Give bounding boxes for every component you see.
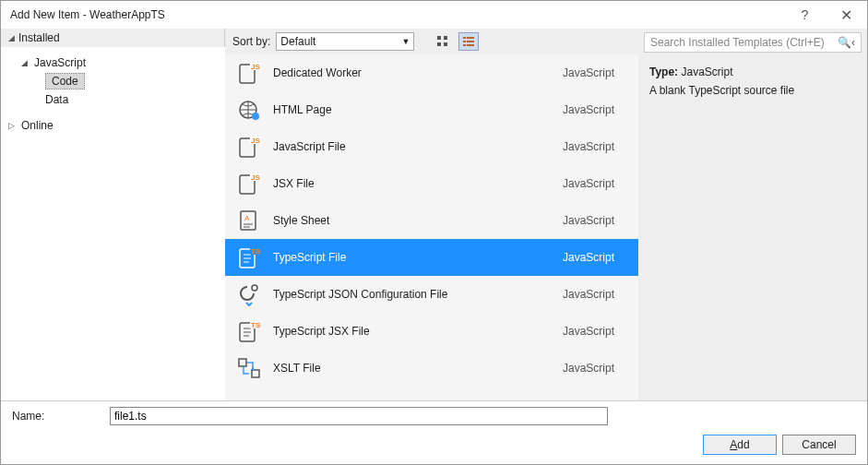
- view-list-button[interactable]: [458, 32, 479, 51]
- file-icon: TS: [236, 318, 262, 344]
- svg-text:JS: JS: [251, 63, 260, 71]
- type-label: Type:: [649, 66, 678, 78]
- file-icon: [236, 97, 262, 123]
- chevron-down-icon: ▼: [401, 37, 410, 46]
- file-icon: [236, 355, 262, 381]
- details-panel: Search Installed Templates (Ctrl+E) 🔍‹ T…: [638, 29, 867, 400]
- chevron-down-icon: ◢: [21, 58, 30, 67]
- svg-text:TS: TS: [251, 321, 261, 329]
- template-name: JavaScript File: [273, 140, 563, 153]
- sidebar: ◢ Installed ◢ JavaScript Code Data ▷ Onl…: [1, 29, 225, 400]
- sortby-dropdown[interactable]: Default ▼: [276, 32, 414, 51]
- template-item[interactable]: TypeScript JSON Configuration File JavaS…: [225, 276, 638, 313]
- chevron-right-icon: ▷: [8, 121, 18, 130]
- cancel-button[interactable]: Cancel: [782, 435, 856, 455]
- template-name: TypeScript File: [273, 251, 563, 264]
- template-name: Dedicated Worker: [273, 66, 563, 79]
- sidebar-item-label: Code: [45, 73, 85, 89]
- template-item[interactable]: TS TypeScript JSX File JavaScript: [225, 313, 638, 350]
- sidebar-item-label: Online: [21, 119, 54, 132]
- sortby-value: Default: [280, 35, 315, 48]
- search-placeholder: Search Installed Templates (Ctrl+E): [650, 36, 825, 49]
- template-category: JavaScript: [563, 362, 627, 375]
- svg-rect-1: [444, 36, 447, 40]
- file-icon: [236, 281, 262, 307]
- template-category: JavaScript: [563, 177, 627, 190]
- add-button[interactable]: Add: [703, 435, 777, 455]
- window-title: Add New Item - WeatherAppTS: [10, 8, 784, 21]
- svg-rect-4: [463, 37, 466, 39]
- sidebar-item-label: Data: [45, 93, 68, 106]
- sidebar-installed-label: Installed: [18, 31, 60, 44]
- sidebar-installed-header[interactable]: ◢ Installed: [1, 29, 225, 47]
- template-description: A blank TypeScript source file: [649, 84, 856, 97]
- template-item[interactable]: JS JavaScript File JavaScript: [225, 128, 638, 165]
- template-item[interactable]: XSLT File JavaScript: [225, 350, 638, 387]
- template-item[interactable]: TS TypeScript File JavaScript: [225, 239, 638, 276]
- title-bar: Add New Item - WeatherAppTS ? ✕: [1, 1, 867, 29]
- svg-text:JS: JS: [251, 137, 260, 145]
- template-item[interactable]: A Style Sheet JavaScript: [225, 202, 638, 239]
- template-category: JavaScript: [563, 103, 627, 116]
- template-name: XSLT File: [273, 362, 563, 375]
- svg-rect-5: [467, 37, 474, 39]
- file-icon: TS: [236, 244, 262, 270]
- view-smallicons-button[interactable]: [433, 32, 453, 51]
- templates-list: JS Dedicated Worker JavaScript HTML Page…: [225, 54, 638, 400]
- template-category: JavaScript: [563, 214, 627, 227]
- svg-point-31: [252, 285, 257, 291]
- template-panel: Sort by: Default ▼ JS Dedicated Worker J…: [225, 29, 638, 400]
- type-value: JavaScript: [681, 66, 732, 78]
- file-icon: JS: [236, 60, 262, 86]
- name-input[interactable]: [110, 407, 608, 425]
- svg-point-14: [252, 113, 259, 120]
- svg-rect-2: [437, 42, 441, 46]
- template-category: JavaScript: [563, 325, 627, 338]
- footer: Name: Add Cancel: [1, 400, 867, 464]
- chevron-down-icon: ◢: [8, 33, 15, 42]
- template-name: Style Sheet: [273, 214, 563, 227]
- template-category: JavaScript: [563, 66, 627, 79]
- svg-text:A: A: [244, 214, 250, 222]
- svg-rect-8: [463, 44, 466, 46]
- template-name: JSX File: [273, 177, 563, 190]
- svg-text:JS: JS: [251, 173, 260, 182]
- dialog-window: Add New Item - WeatherAppTS ? ✕ ◢ Instal…: [0, 0, 868, 465]
- sidebar-item-code[interactable]: Code: [45, 71, 225, 91]
- name-label: Name:: [12, 410, 110, 423]
- svg-rect-39: [252, 370, 259, 377]
- search-input[interactable]: Search Installed Templates (Ctrl+E) 🔍‹: [644, 32, 862, 53]
- template-name: TypeScript JSON Configuration File: [273, 288, 563, 301]
- file-icon: JS: [236, 134, 262, 160]
- sidebar-item-javascript[interactable]: ◢ JavaScript: [1, 54, 225, 71]
- svg-rect-9: [467, 44, 474, 46]
- template-item[interactable]: JS Dedicated Worker JavaScript: [225, 54, 638, 91]
- svg-rect-6: [463, 41, 466, 42]
- sortby-label: Sort by:: [232, 35, 270, 48]
- template-category: JavaScript: [563, 251, 627, 264]
- file-icon: JS: [236, 171, 262, 197]
- svg-rect-7: [467, 41, 474, 42]
- template-item[interactable]: JS JSX File JavaScript: [225, 165, 638, 202]
- sidebar-item-label: JavaScript: [34, 56, 86, 69]
- search-icon: 🔍‹: [838, 36, 855, 49]
- file-icon: A: [236, 208, 262, 233]
- svg-text:TS: TS: [251, 247, 261, 256]
- template-item[interactable]: HTML Page JavaScript: [225, 91, 638, 128]
- close-button[interactable]: ✕: [826, 1, 867, 29]
- template-category: JavaScript: [563, 140, 627, 153]
- toolbar: Sort by: Default ▼: [225, 29, 638, 54]
- template-name: HTML Page: [273, 103, 563, 116]
- svg-rect-38: [239, 359, 246, 366]
- sidebar-item-data[interactable]: Data: [45, 91, 225, 108]
- help-button[interactable]: ?: [784, 1, 826, 29]
- svg-rect-3: [444, 42, 447, 46]
- sidebar-item-online[interactable]: ▷ Online: [1, 117, 225, 134]
- template-category: JavaScript: [563, 288, 627, 301]
- template-name: TypeScript JSX File: [273, 325, 563, 338]
- svg-rect-0: [437, 36, 441, 40]
